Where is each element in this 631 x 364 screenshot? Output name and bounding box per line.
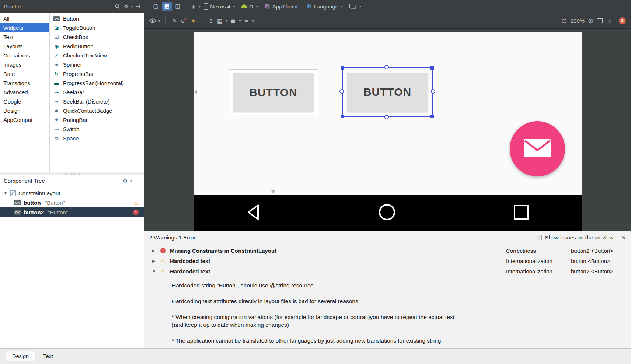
hide-panel-icon[interactable]: ⊣ xyxy=(134,2,142,11)
orientation-icon: ◈ xyxy=(190,2,197,11)
palette-category-layouts[interactable]: Layouts xyxy=(0,42,49,51)
zoom-out-icon[interactable]: ⊖ xyxy=(561,17,567,24)
nav-back-icon[interactable] xyxy=(245,203,262,223)
constraint-anchor-left[interactable] xyxy=(339,89,344,94)
nav-home-icon[interactable] xyxy=(378,203,396,223)
chevron-down-icon: ▾ xyxy=(199,4,201,8)
infer-constraints-icon[interactable]: ✶ xyxy=(189,16,197,25)
pan-icon[interactable]: ☝ xyxy=(606,16,613,25)
palette-category-advanced[interactable]: Advanced xyxy=(0,88,49,97)
palette-item-space[interactable]: ↹Space xyxy=(50,134,144,143)
issue-row-hardcoded-text-2[interactable]: ▼ ⚠ Hardcoded text Internationalization … xyxy=(144,266,631,276)
toolbar-divider xyxy=(165,17,166,24)
palette-item-button[interactable]: OKButton xyxy=(50,14,144,23)
autoconnect-icon[interactable]: ✎ xyxy=(171,16,178,25)
tree-node-id: button2 xyxy=(24,209,44,216)
show-issues-checkbox[interactable] xyxy=(537,235,542,240)
palette-category-transitions[interactable]: Transitions xyxy=(0,78,49,88)
resize-handle-ne[interactable] xyxy=(430,66,434,70)
pack-icon[interactable]: ▦ xyxy=(216,16,223,25)
palette-item-progressbar[interactable]: ↻ProgressBar xyxy=(50,69,144,78)
tree-node-button2[interactable]: OK button2 - "Button" ! xyxy=(0,207,144,217)
palette-category-all[interactable]: All xyxy=(0,14,49,23)
resize-handle-sw[interactable] xyxy=(341,115,344,118)
layout-variant-selector[interactable]: ▾ xyxy=(349,4,361,8)
seekbar-discrete-icon: ┄● xyxy=(53,99,60,105)
palette-category-date[interactable]: Date xyxy=(0,69,49,78)
issue-row-missing-constraints[interactable]: ▶ ! Missing Constraints in ConstraintLay… xyxy=(144,245,631,256)
palette-item-switch[interactable]: ⊸Switch xyxy=(50,125,144,134)
fab-widget[interactable] xyxy=(510,121,565,176)
default-margin-value[interactable]: 8 xyxy=(208,18,214,24)
button2-widget[interactable]: BUTTON xyxy=(347,73,428,112)
button1-widget[interactable]: BUTTON xyxy=(233,73,314,112)
palette-item-seekbar-discrete[interactable]: ┄●SeekBar (Discrete) xyxy=(50,97,144,106)
issue-count-badge[interactable]: 3 xyxy=(619,17,626,24)
palette-item-ratingbar[interactable]: ★RatingBar xyxy=(50,115,144,125)
clear-constraints-icon[interactable]: ∪× xyxy=(180,16,188,25)
device-selector[interactable]: Nexus 4 ▾ xyxy=(204,3,235,10)
palette-item-radiobutton[interactable]: ◉RadioButton xyxy=(50,42,144,51)
checkedtextview-icon: ✓ xyxy=(53,53,60,59)
gear-icon[interactable]: ⚙ xyxy=(122,176,129,185)
view-options-icon[interactable] xyxy=(149,16,156,25)
design-surface[interactable]: BUTTON BUTTON xyxy=(144,29,631,231)
palette-item-checkedtextview[interactable]: ✓CheckedTextView xyxy=(50,51,144,60)
palette-category-widgets[interactable]: Widgets xyxy=(0,23,49,32)
zoom-level: 200% xyxy=(571,18,585,24)
palette-item-label: ProgressBar (Horizontal) xyxy=(63,80,124,86)
palette-category-appcompat[interactable]: AppCompat xyxy=(0,115,49,125)
constraint-anchor-top[interactable] xyxy=(384,65,389,69)
button2-selection[interactable]: BUTTON xyxy=(342,67,433,117)
split-mode-button[interactable]: ▦ xyxy=(162,2,172,11)
clear-x-icon: × xyxy=(184,17,186,21)
theme-selector[interactable]: AppTheme xyxy=(265,3,299,10)
collapse-icon[interactable]: ▼ xyxy=(4,191,10,195)
palette-category-list: All Widgets Text Layouts Containers Imag… xyxy=(0,13,50,172)
panel-splitter[interactable] xyxy=(0,172,144,175)
palette-category-text[interactable]: Text xyxy=(0,32,49,42)
palette-item-togglebutton[interactable]: ◪ToggleButton xyxy=(50,23,144,32)
expand-icon[interactable]: ▶ xyxy=(152,249,160,253)
distribute-icon[interactable]: ≍ xyxy=(243,16,250,25)
constraint-anchor-bottom[interactable] xyxy=(384,115,389,119)
tab-text[interactable]: Text xyxy=(37,351,59,361)
palette-category-google[interactable]: Google xyxy=(0,97,49,106)
zoom-in-icon[interactable]: ⊕ xyxy=(588,17,594,24)
blueprint-mode-button[interactable]: ◫ xyxy=(173,2,183,11)
orientation-selector[interactable]: ◈ ▾ xyxy=(190,2,201,11)
issues-summary: 2 Warnings 1 Error xyxy=(149,234,195,241)
tree-node-button[interactable]: OK button - "Button" ⚠ xyxy=(0,198,144,207)
palette-category-design[interactable]: Design xyxy=(0,106,49,115)
constraint-anchor-right[interactable] xyxy=(431,89,435,94)
hide-panel-icon[interactable]: ⊣ xyxy=(133,176,141,185)
language-selector[interactable]: ⊕ Language ▾ xyxy=(306,2,343,10)
close-icon[interactable]: × xyxy=(621,234,626,241)
search-icon[interactable] xyxy=(114,2,121,11)
expand-icon[interactable]: ▶ xyxy=(152,259,160,263)
palette-category-images[interactable]: Images xyxy=(0,60,49,69)
design-mode-button[interactable]: ▢ xyxy=(151,2,161,11)
align-icon[interactable]: ≣ xyxy=(229,16,237,25)
zoom-to-fit-icon[interactable] xyxy=(597,18,603,23)
issue-row-hardcoded-text-1[interactable]: ▶ ⚠ Hardcoded text Internationalization … xyxy=(144,256,631,266)
tree-node-constraintlayout[interactable]: ▼ ConstraintLayout xyxy=(0,188,144,198)
constraint-arrow-down-icon xyxy=(271,190,275,194)
palette-item-label: ToggleButton xyxy=(63,25,95,31)
api-selector[interactable]: O ▾ xyxy=(241,3,258,10)
device-screen[interactable]: BUTTON BUTTON xyxy=(194,32,582,195)
palette-item-seekbar[interactable]: ─●SeekBar xyxy=(50,88,144,97)
palette-item-spinner[interactable]: ≡Spinner xyxy=(50,60,144,69)
palette-item-progressbar-horizontal[interactable]: ▬ProgressBar (Horizontal) xyxy=(50,78,144,88)
palette-category-containers[interactable]: Containers xyxy=(0,51,49,60)
gear-icon[interactable]: ⚙ xyxy=(122,2,130,11)
palette-item-quickcontactbadge[interactable]: ☻QuickContactBadge xyxy=(50,106,144,115)
resize-handle-se[interactable] xyxy=(430,115,434,118)
tab-design[interactable]: Design xyxy=(6,351,35,361)
button1-bounds[interactable]: BUTTON xyxy=(229,69,318,115)
resize-handle-nw[interactable] xyxy=(341,66,344,70)
collapse-icon[interactable]: ▼ xyxy=(152,269,160,273)
chevron-down-icon: ▾ xyxy=(130,179,132,183)
nav-recents-icon[interactable] xyxy=(513,204,530,222)
palette-item-checkbox[interactable]: ☑CheckBox xyxy=(50,32,144,42)
